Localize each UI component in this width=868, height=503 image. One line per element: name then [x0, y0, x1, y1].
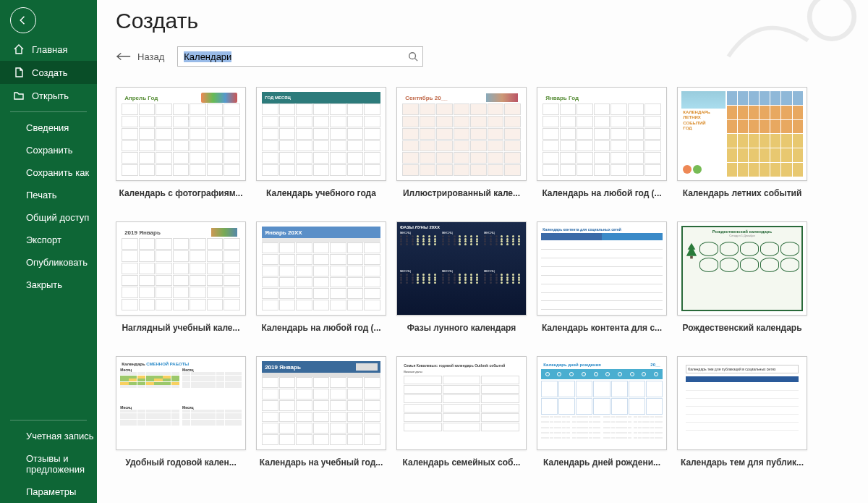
template-thumbnail: Январь Год [537, 87, 667, 181]
template-thumbnail: Календарь тем для публикаций в социальны… [677, 356, 807, 450]
sidebar-item-label: Экспорт [26, 234, 61, 245]
sidebar-item-label: Сохранить как [26, 167, 89, 178]
template-item[interactable]: Календарь контента для социальных сетейК… [537, 221, 667, 333]
sidebar-item-label: Параметры [26, 486, 76, 497]
template-item[interactable]: Семья Ковалевых: годовой календарь Outlo… [396, 356, 527, 468]
template-thumbnail: Календарь контента для социальных сетей [537, 221, 667, 316]
sidebar-item-label: Сведения [26, 122, 69, 133]
back-button[interactable] [10, 7, 36, 33]
sidebar-item-создать[interactable]: Создать [0, 61, 97, 84]
sidebar-item-label: Отзывы и предложения [26, 453, 97, 475]
sidebar-item-label: Закрыть [26, 279, 62, 290]
template-item[interactable]: Январь ГодКалендарь на любой год (... [537, 87, 667, 198]
template-thumbnail: Календарь дней рождения20__ [537, 356, 667, 450]
template-label: Иллюстрированный кале... [403, 188, 520, 198]
template-label: Наглядный учебный кале... [122, 323, 239, 333]
svg-point-1 [409, 53, 416, 59]
template-label: Календарь на учебный год... [260, 457, 383, 468]
template-item[interactable]: Рождественский календарьСегодня 1 Декабр… [677, 221, 807, 333]
page-title: Создать [116, 9, 849, 33]
template-label: Календарь контента для с... [542, 323, 662, 333]
svg-rect-2 [691, 256, 694, 259]
template-label: Календарь семейных соб... [403, 457, 521, 468]
template-label: Фазы лунного календаря [407, 323, 516, 333]
search-icon [408, 51, 418, 62]
sidebar-item-учетная-запись[interactable]: Учетная запись [0, 425, 97, 447]
sidebar-item-главная[interactable]: Главная [0, 38, 97, 61]
template-label: Рождественский календарь [682, 323, 801, 333]
search-back-label: Назад [137, 51, 164, 62]
template-item[interactable]: Календарь тем для публикаций в социальны… [677, 356, 807, 468]
template-thumbnail: Рождественский календарьСегодня 1 Декабр… [677, 221, 807, 316]
sidebar-item-сохранить[interactable]: Сохранить [0, 139, 97, 161]
sidebar-item-открыть[interactable]: Открыть [0, 84, 97, 107]
sidebar-item-экспорт[interactable]: Экспорт [0, 229, 97, 251]
folder-icon [13, 90, 25, 101]
template-search-box [177, 46, 423, 67]
sidebar-item-параметры[interactable]: Параметры [0, 481, 97, 503]
arrow-left-icon [116, 51, 132, 62]
sidebar-item-label: Учетная запись [26, 431, 94, 441]
template-thumbnail: ФАЗЫ ЛУНЫ 20XXМЕСЯЦМЕСЯЦМЕСЯЦМЕСЯЦМЕСЯЦМ… [396, 221, 527, 316]
file-icon [13, 67, 25, 78]
template-thumbnail: Календарь СМЕННОЙ РАБОТЫМесяцМесяцМесяцМ… [116, 356, 246, 450]
template-thumbnail: 2019 Январь [256, 356, 386, 450]
template-label: Календарь на любой год (... [542, 188, 661, 198]
template-thumbnail: Семья Ковалевых: годовой календарь Outlo… [396, 356, 527, 450]
search-button[interactable] [404, 51, 422, 62]
sidebar-item-label: Открыть [32, 90, 69, 101]
sidebar-item-label: Сохранить [26, 145, 73, 156]
sidebar-item-печать[interactable]: Печать [0, 184, 97, 206]
main-content: Создать Назад Апрель ГодКалендарь с фото… [97, 0, 868, 503]
template-label: Календарь дней рождени... [543, 457, 660, 468]
sidebar-item-сведения[interactable]: Сведения [0, 117, 97, 139]
template-item[interactable]: Январь 20XXКалендарь на любой год (... [256, 221, 386, 333]
sidebar-item-сохранить-как[interactable]: Сохранить как [0, 161, 97, 184]
template-item[interactable]: 2019 ЯнварьНаглядный учебный кале... [116, 221, 246, 333]
sidebar-separator-2 [10, 420, 87, 420]
sidebar-item-label: Главная [32, 44, 67, 55]
sidebar-item-закрыть[interactable]: Закрыть [0, 274, 97, 296]
home-icon [13, 43, 25, 55]
sidebar-separator [10, 111, 87, 112]
template-label: Календарь летних событий [683, 188, 802, 198]
arrow-left-icon [17, 14, 30, 27]
template-item[interactable]: Календарь СМЕННОЙ РАБОТЫМесяцМесяцМесяцМ… [116, 356, 246, 468]
template-thumbnail: Сентябрь 20__ [396, 87, 527, 181]
template-thumbnail: Январь 20XX [256, 221, 386, 316]
sidebar-item-label: Общий доступ [26, 212, 89, 223]
template-label: Удобный годовой кален... [125, 457, 237, 468]
sidebar-item-label: Опубликовать [26, 257, 88, 268]
backstage-sidebar: ГлавнаяСоздатьОткрыть СведенияСохранитьС… [0, 0, 97, 503]
template-item[interactable]: Календарь дней рождения20__Календарь дне… [537, 356, 667, 468]
template-thumbnail: 2019 Январь [116, 221, 246, 316]
sidebar-item-общий-доступ[interactable]: Общий доступ [0, 206, 97, 229]
search-back-button[interactable]: Назад [116, 51, 164, 62]
sidebar-item-опубликовать[interactable]: Опубликовать [0, 251, 97, 274]
template-thumbnail: КАЛЕНДАРЬЛЕТНИХСОБЫТИЙГОД [677, 87, 807, 181]
sidebar-item-отзывы-и-предложения[interactable]: Отзывы и предложения [0, 447, 97, 481]
template-item[interactable]: 2019 ЯнварьКалендарь на учебный год... [256, 356, 386, 468]
template-label: Календарь учебного года [266, 188, 376, 198]
search-input[interactable] [178, 48, 404, 65]
template-item[interactable]: ФАЗЫ ЛУНЫ 20XXМЕСЯЦМЕСЯЦМЕСЯЦМЕСЯЦМЕСЯЦМ… [396, 221, 527, 333]
sidebar-item-label: Печать [26, 190, 57, 200]
template-thumbnail: Апрель Год [116, 87, 246, 181]
template-item[interactable]: КАЛЕНДАРЬЛЕТНИХСОБЫТИЙГОДКалендарь летни… [677, 87, 807, 198]
sidebar-item-label: Создать [32, 67, 67, 78]
template-item[interactable]: ГОД МЕСЯЦКалендарь учебного года [256, 87, 386, 198]
template-label: Календарь тем для публик... [681, 457, 804, 468]
template-thumbnail: ГОД МЕСЯЦ [256, 87, 386, 181]
template-item[interactable]: Апрель ГодКалендарь с фотографиям... [116, 87, 246, 198]
template-item[interactable]: Сентябрь 20__Иллюстрированный кале... [396, 87, 527, 198]
template-label: Календарь с фотографиям... [119, 188, 242, 198]
template-label: Календарь на любой год (... [261, 323, 380, 333]
